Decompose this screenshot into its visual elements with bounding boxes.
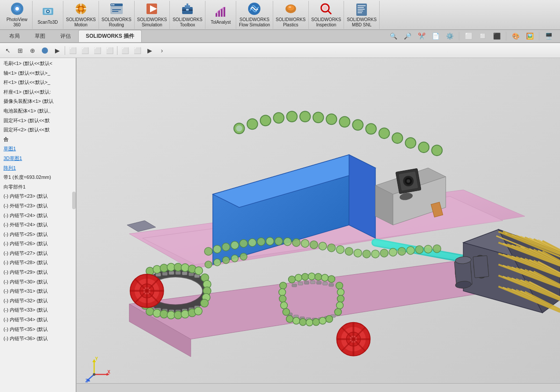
svg-point-270 — [260, 115, 271, 126]
svg-point-34 — [289, 6, 291, 8]
perspective-icon[interactable]: ◻️ — [477, 30, 488, 42]
scrollbar-handle[interactable] — [72, 192, 76, 209]
options-icon[interactable]: ⚙️ — [444, 30, 455, 42]
tree-item[interactable]: (-) 内链节<25> (默认 — [0, 230, 76, 240]
tree-item[interactable]: 电池装配体<1> (默认、 — [0, 106, 76, 116]
svg-point-227 — [281, 302, 288, 309]
render-icon[interactable]: 🎨 — [510, 30, 521, 42]
tool-box6[interactable]: ⬜ — [132, 45, 143, 56]
tree-item[interactable]: (-) 内链节<36> (默认 — [0, 334, 76, 344]
tree-item[interactable]: 杆<1> (默认<<默认>_ — [0, 78, 76, 87]
svg-point-217 — [286, 316, 293, 323]
tab-evaluate[interactable]: 评估 — [53, 30, 78, 42]
tree-item[interactable]: (-) 外链节<23> (默认 — [0, 201, 76, 211]
svg-point-293 — [93, 373, 95, 376]
svg-point-271 — [274, 113, 284, 123]
tree-item[interactable]: 合 — [0, 135, 76, 145]
svg-point-228 — [283, 309, 290, 316]
tree-item[interactable]: 固定环<1> (默认<<默 — [0, 116, 76, 126]
tab-solidworks-plugins[interactable]: SOLIDWORKS 插件 — [78, 30, 142, 42]
svg-point-220 — [306, 319, 313, 326]
tree-item[interactable]: 摄像头装配体<1> (默认 — [0, 97, 76, 106]
tree-item[interactable]: (-) 内链节<32> (默认 — [0, 296, 76, 306]
appearance-icon[interactable]: 🖼️ — [524, 30, 535, 42]
tree-item[interactable]: 3D草图1 — [0, 154, 76, 163]
tree-item[interactable]: 带1 (长度=693.02mm) — [0, 173, 76, 182]
tool-grid[interactable]: ⊞ — [15, 45, 26, 56]
svg-point-9 — [79, 7, 83, 11]
toolbar-mbd-snl[interactable]: SOLIDWORKSMBD SNL — [344, 1, 380, 29]
tree-item[interactable]: 毛刷<1> (默认<<默认< — [0, 59, 76, 69]
toolbar-photoview360[interactable]: PhotoView360 — [2, 1, 33, 29]
toolbar-motion[interactable]: SOLIDWORKSMotion — [63, 1, 99, 29]
toolbar-simulation[interactable]: SOLIDWORKSSimulation — [135, 1, 170, 29]
tool-box1[interactable]: ⬜ — [67, 45, 78, 56]
tab-layout[interactable]: 布局 — [2, 30, 27, 42]
tree-item[interactable]: (-) 内链节<23> (默认 — [0, 192, 76, 201]
document-icon[interactable]: 📄 — [430, 30, 441, 42]
tree-item[interactable]: (-) 内链节<35> (默认 — [0, 325, 76, 334]
svg-point-249 — [336, 246, 344, 254]
svg-point-238 — [240, 240, 248, 247]
tree-item[interactable]: 向零部件1 — [0, 182, 76, 192]
motion-icon — [74, 2, 88, 16]
svg-point-262 — [214, 259, 221, 266]
tree-item[interactable]: (-) 内链节<27> (默认 — [0, 249, 76, 258]
svg-point-259 — [424, 245, 432, 253]
display-icon[interactable]: ⬛ — [491, 30, 502, 42]
tree-item[interactable]: (-) 内链节<24> (默认 — [0, 211, 76, 221]
tool-box5[interactable]: ⬜ — [119, 45, 131, 56]
tool-play[interactable]: ▶ — [51, 45, 63, 56]
tree-item[interactable]: (-) 内链节<34> (默认 — [0, 315, 76, 325]
svg-point-223 — [326, 316, 333, 323]
tree-item[interactable]: (-) 内链节<31> (默认 — [0, 287, 76, 296]
svg-point-276 — [339, 116, 350, 127]
tree-item[interactable]: (-) 内链节<26> (默认 — [0, 239, 76, 249]
svg-rect-26 — [186, 9, 189, 11]
tool-box7[interactable]: ▶ — [144, 45, 155, 56]
svg-point-255 — [389, 248, 397, 256]
cut-icon[interactable]: ✂️ — [416, 30, 427, 42]
search2-icon[interactable]: 🔎 — [402, 30, 413, 42]
svg-point-246 — [310, 241, 318, 249]
view3d-icon[interactable]: ⬜ — [463, 30, 474, 42]
tool-box2[interactable]: ⬜ — [79, 45, 91, 56]
tool-arrow[interactable]: ↖ — [2, 45, 14, 56]
svg-rect-30 — [223, 7, 225, 17]
svg-point-235 — [213, 245, 221, 253]
toolbar-inspection[interactable]: SOLIDWORKSInspection — [309, 1, 344, 29]
toolbar-flow-simulation[interactable]: SOLIDWORKSFlow Simulation — [236, 1, 273, 29]
tool-box3[interactable]: ⬜ — [92, 45, 103, 56]
toolbar-toolbox[interactable]: SOLIDWORKSToolbox — [170, 1, 205, 29]
toolbar-scanto3d[interactable]: ScanTo3D — [33, 1, 63, 29]
svg-point-210 — [289, 276, 296, 283]
svg-point-155 — [174, 263, 182, 271]
tool-circle-fill[interactable] — [39, 45, 51, 56]
tree-item[interactable]: (-) 内链节<29> (默认 — [0, 268, 76, 277]
tool-crosshair[interactable]: ⊕ — [27, 45, 38, 56]
tree-item[interactable]: 阵列1 — [0, 163, 76, 173]
tb2-sep1 — [65, 46, 65, 55]
separator2 — [506, 32, 506, 40]
toolbar-plastics[interactable]: SOLIDWORKSPlastics — [273, 1, 309, 29]
svg-rect-208 — [322, 282, 327, 285]
tree-item[interactable]: 固定环<2> (默认<<默 — [0, 125, 76, 135]
svg-point-258 — [415, 246, 423, 254]
tool-box4[interactable]: ⬜ — [104, 45, 115, 56]
tree-item[interactable]: (-) 内链节<33> (默认 — [0, 305, 76, 315]
tree-item[interactable]: (-) 外链节<24> (默认 — [0, 220, 76, 230]
mbd-snl-label: SOLIDWORKSMBD SNL — [347, 17, 377, 28]
toolbar-tolanalyst[interactable]: TolAnalyst — [205, 1, 236, 29]
tab-sketch[interactable]: 草图 — [27, 30, 53, 42]
tree-item[interactable]: 杆座<1> (默认<<默认: — [0, 87, 76, 97]
tree-item[interactable]: (-) 内链节<28> (默认 — [0, 258, 76, 268]
tree-item[interactable]: (-) 内链节<30> (默认 — [0, 277, 76, 287]
tree-item[interactable]: 草图1 — [0, 144, 76, 154]
3d-viewport[interactable]: Y X Z — [77, 58, 560, 392]
tree-item[interactable]: 轴<1> (默认<<默认>_ — [0, 69, 76, 78]
search-icon[interactable]: 🔍 — [388, 30, 399, 42]
toolbar-routing[interactable]: SOLIDWORKSRouting — [99, 1, 135, 29]
tool-chevron[interactable]: › — [156, 45, 168, 56]
monitor-icon[interactable]: 🖥️ — [543, 30, 554, 42]
routing-label: SOLIDWORKSRouting — [102, 17, 132, 28]
